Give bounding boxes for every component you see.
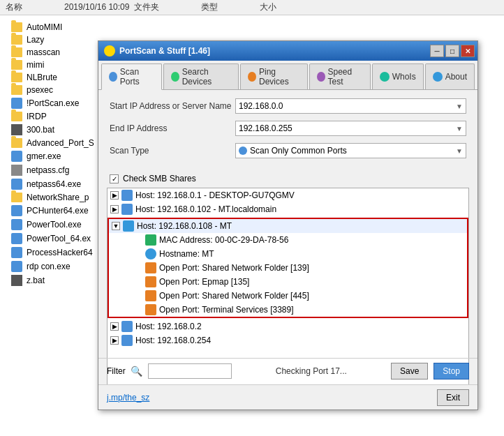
- tab-speed-test-label: Speed Test: [328, 67, 363, 87]
- tree-row-mac[interactable]: MAC Address: 00-0C-29-DA-78-56: [109, 233, 467, 247]
- maximize-button[interactable]: □: [445, 45, 459, 57]
- host-icon: [121, 321, 133, 332]
- tree-row-host2[interactable]: ▶ Host: 192.168.0.102 - MT.localdomain: [108, 202, 468, 216]
- hostname-icon: [145, 248, 156, 260]
- port135-label: Open Port: Epmap [135]: [159, 277, 249, 287]
- host-icon: [121, 335, 133, 346]
- expand-host5[interactable]: ▶: [110, 336, 119, 345]
- tree-row-port445[interactable]: Open Port: Shared Network Folder [445]: [109, 289, 467, 303]
- bottom-bar: Filter 🔍 Checking Port 17... Save Stop: [98, 358, 477, 383]
- filter-label: Filter: [107, 366, 126, 376]
- tab-ping-devices-label: Ping Devices: [259, 67, 300, 87]
- tab-speed-test[interactable]: Speed Test: [309, 63, 371, 89]
- hostname-label: Hostname: MT: [159, 249, 214, 259]
- host3-label: Host: 192.168.0.108 - MT: [137, 221, 232, 231]
- tab-about-label: About: [445, 72, 467, 82]
- tree-row-host5[interactable]: ▶ Host: 192.168.0.254: [108, 333, 468, 347]
- scan-type-row: Scan Type Scan Only Common Ports ▼: [110, 143, 466, 158]
- col-name: 名称: [6, 1, 22, 13]
- host-icon: [123, 220, 134, 232]
- minimize-button[interactable]: ─: [430, 45, 444, 57]
- form-section: Start IP Address or Server Name 192.168.…: [98, 90, 477, 174]
- mac-icon: [145, 234, 156, 246]
- status-text: Checking Port 17...: [237, 366, 385, 376]
- tab-ping-devices[interactable]: Ping Devices: [240, 63, 308, 89]
- start-ip-row: Start IP Address or Server Name 192.168.…: [110, 98, 466, 114]
- search-devices-tab-icon: [171, 72, 179, 82]
- scan-type-icon: [239, 146, 247, 155]
- end-ip-row: End IP Address 192.168.0.255 ▼: [110, 121, 466, 136]
- expand-host2[interactable]: ▶: [110, 205, 119, 213]
- tree-row-port139[interactable]: Open Port: Shared Network Folder [139]: [109, 261, 467, 275]
- filter-input[interactable]: [148, 363, 232, 379]
- scan-type-label: Scan Type: [110, 146, 235, 156]
- app-icon: [104, 45, 115, 57]
- port-icon: [145, 290, 156, 301]
- about-tab-icon: [433, 72, 443, 82]
- tab-search-devices[interactable]: Search Devices: [163, 63, 239, 89]
- host4-label: Host: 192.168.0.2: [135, 322, 202, 331]
- search-icon: 🔍: [131, 366, 142, 377]
- selected-host-group: ▼ Host: 192.168.0.108 - MT MAC Address: …: [108, 218, 468, 318]
- titlebar-left: PortScan & Stuff [1.46]: [104, 45, 210, 57]
- smb-checkbox[interactable]: ✓: [110, 174, 119, 183]
- col-type: 类型: [201, 1, 218, 13]
- mac-label: MAC Address: 00-0C-29-DA-78-56: [159, 235, 288, 245]
- dialog-title: PortScan & Stuff [1.46]: [119, 46, 210, 56]
- ping-devices-tab-icon: [248, 72, 256, 82]
- exit-button[interactable]: Exit: [437, 389, 469, 406]
- tab-scan-ports[interactable]: Scan Ports: [101, 63, 162, 90]
- smb-checkbox-label: Check SMB Shares: [123, 174, 196, 183]
- port-icon: [145, 304, 156, 315]
- host-icon: [121, 190, 133, 201]
- tree-row-host1[interactable]: ▶ Host: 192.168.0.1 - DESKTOP-GU7QGMV: [108, 188, 468, 202]
- expand-host3[interactable]: ▼: [112, 222, 120, 230]
- tree-row-port3389[interactable]: Open Port: Terminal Services [3389]: [109, 303, 467, 317]
- port3389-label: Open Port: Terminal Services [3389]: [159, 305, 294, 315]
- end-ip-label: End IP Address: [110, 123, 235, 133]
- end-ip-dropdown-arrow: ▼: [456, 125, 463, 133]
- footer-link[interactable]: j.mp/the_sz: [107, 393, 149, 403]
- dialog-footer: j.mp/the_sz Exit: [98, 384, 477, 409]
- scan-type-dropdown-arrow: ▼: [456, 147, 463, 155]
- tree-row-hostname[interactable]: Hostname: MT: [109, 247, 467, 261]
- end-ip-input[interactable]: 192.168.0.255 ▼: [235, 121, 466, 136]
- tree-row-host3[interactable]: ▼ Host: 192.168.0.108 - MT: [109, 219, 467, 233]
- dialog-window: PortScan & Stuff [1.46] ─ □ ✕ Scan Ports…: [98, 40, 478, 410]
- explorer-header: 名称 2019/10/16 10:09 文件夹 类型 大小: [0, 0, 504, 15]
- start-ip-dropdown-arrow: ▼: [456, 103, 463, 110]
- tree-row-host4[interactable]: ▶ Host: 192.168.0.2: [108, 320, 468, 333]
- list-item[interactable]: AutoMIMI: [11, 21, 493, 33]
- tab-search-devices-label: Search Devices: [182, 67, 232, 87]
- smb-checkbox-row[interactable]: ✓ Check SMB Shares: [98, 174, 477, 183]
- scan-ports-tab-icon: [109, 72, 117, 82]
- speed-test-tab-icon: [317, 72, 325, 82]
- host5-label: Host: 192.168.0.254: [135, 336, 211, 345]
- port-icon: [145, 276, 156, 287]
- port445-label: Open Port: Shared Network Folder [445]: [159, 291, 309, 301]
- whois-tab-icon: [380, 72, 390, 82]
- start-ip-label: Start IP Address or Server Name: [110, 101, 235, 111]
- titlebar-buttons: ─ □ ✕: [430, 45, 475, 57]
- port139-label: Open Port: Shared Network Folder [139]: [159, 263, 309, 273]
- tab-scan-ports-label: Scan Ports: [120, 67, 154, 87]
- col-date: 2019/10/16 10:09 文件夹: [64, 1, 159, 13]
- expand-host1[interactable]: ▶: [110, 191, 119, 200]
- scan-type-input[interactable]: Scan Only Common Ports ▼: [235, 143, 466, 158]
- stop-button[interactable]: Stop: [433, 363, 469, 379]
- titlebar: PortScan & Stuff [1.46] ─ □ ✕: [98, 41, 477, 61]
- col-size: 大小: [260, 1, 276, 13]
- expand-host4[interactable]: ▶: [110, 322, 119, 331]
- tab-bar: Scan Ports Search Devices Ping Devices S…: [98, 61, 477, 90]
- host2-label: Host: 192.168.0.102 - MT.localdomain: [135, 204, 276, 214]
- close-button[interactable]: ✕: [461, 45, 475, 57]
- host1-label: Host: 192.168.0.1 - DESKTOP-GU7QGMV: [135, 190, 295, 200]
- tab-whois[interactable]: WhoIs: [372, 63, 424, 89]
- tree-row-port135[interactable]: Open Port: Epmap [135]: [109, 275, 467, 289]
- port-icon: [145, 262, 156, 273]
- host-icon: [121, 204, 133, 215]
- tab-whois-label: WhoIs: [392, 72, 416, 82]
- tab-about[interactable]: About: [425, 63, 475, 89]
- start-ip-input[interactable]: 192.168.0.0 ▼: [235, 98, 466, 114]
- save-button[interactable]: Save: [391, 363, 428, 379]
